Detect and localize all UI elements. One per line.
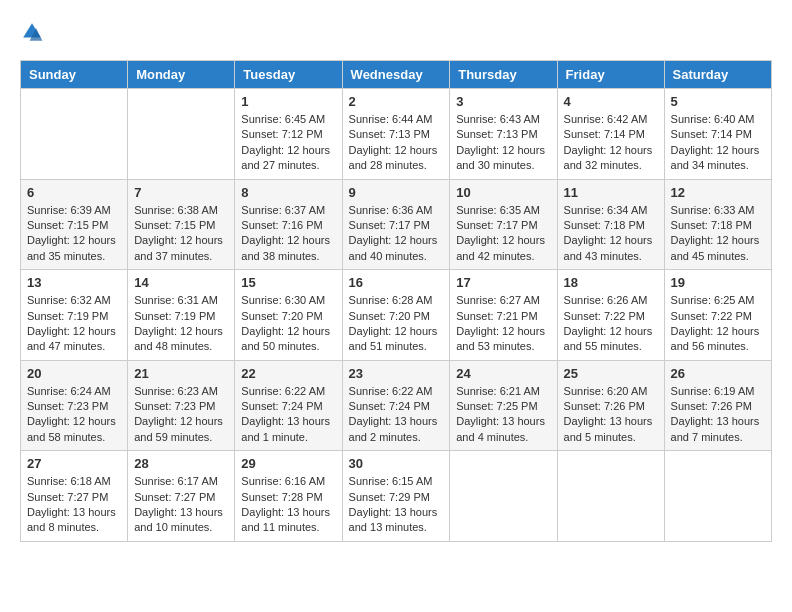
day-info: Sunrise: 6:27 AMSunset: 7:21 PMDaylight:… [456,294,545,352]
day-number: 29 [241,456,335,471]
calendar-cell: 25Sunrise: 6:20 AMSunset: 7:26 PMDayligh… [557,360,664,451]
day-number: 14 [134,275,228,290]
day-of-week-header: Saturday [664,61,771,89]
calendar-cell: 12Sunrise: 6:33 AMSunset: 7:18 PMDayligh… [664,179,771,270]
day-number: 7 [134,185,228,200]
day-info: Sunrise: 6:17 AMSunset: 7:27 PMDaylight:… [134,475,223,533]
day-number: 16 [349,275,444,290]
calendar-cell [557,451,664,542]
calendar-cell [128,89,235,180]
day-info: Sunrise: 6:31 AMSunset: 7:19 PMDaylight:… [134,294,223,352]
calendar-cell: 14Sunrise: 6:31 AMSunset: 7:19 PMDayligh… [128,270,235,361]
day-info: Sunrise: 6:37 AMSunset: 7:16 PMDaylight:… [241,204,330,262]
calendar-cell: 22Sunrise: 6:22 AMSunset: 7:24 PMDayligh… [235,360,342,451]
day-info: Sunrise: 6:22 AMSunset: 7:24 PMDaylight:… [241,385,330,443]
calendar-cell: 19Sunrise: 6:25 AMSunset: 7:22 PMDayligh… [664,270,771,361]
day-number: 18 [564,275,658,290]
calendar-cell: 15Sunrise: 6:30 AMSunset: 7:20 PMDayligh… [235,270,342,361]
calendar-cell: 18Sunrise: 6:26 AMSunset: 7:22 PMDayligh… [557,270,664,361]
calendar-cell [450,451,557,542]
day-number: 8 [241,185,335,200]
calendar-cell: 11Sunrise: 6:34 AMSunset: 7:18 PMDayligh… [557,179,664,270]
calendar-cell: 6Sunrise: 6:39 AMSunset: 7:15 PMDaylight… [21,179,128,270]
logo [20,20,48,44]
calendar-cell: 7Sunrise: 6:38 AMSunset: 7:15 PMDaylight… [128,179,235,270]
day-number: 30 [349,456,444,471]
day-info: Sunrise: 6:38 AMSunset: 7:15 PMDaylight:… [134,204,223,262]
day-number: 24 [456,366,550,381]
calendar-cell: 1Sunrise: 6:45 AMSunset: 7:12 PMDaylight… [235,89,342,180]
calendar-header-row: SundayMondayTuesdayWednesdayThursdayFrid… [21,61,772,89]
calendar-cell: 28Sunrise: 6:17 AMSunset: 7:27 PMDayligh… [128,451,235,542]
day-info: Sunrise: 6:40 AMSunset: 7:14 PMDaylight:… [671,113,760,171]
calendar-cell: 5Sunrise: 6:40 AMSunset: 7:14 PMDaylight… [664,89,771,180]
day-number: 20 [27,366,121,381]
day-number: 11 [564,185,658,200]
calendar-cell: 3Sunrise: 6:43 AMSunset: 7:13 PMDaylight… [450,89,557,180]
calendar-cell: 30Sunrise: 6:15 AMSunset: 7:29 PMDayligh… [342,451,450,542]
day-info: Sunrise: 6:45 AMSunset: 7:12 PMDaylight:… [241,113,330,171]
calendar-week-row: 13Sunrise: 6:32 AMSunset: 7:19 PMDayligh… [21,270,772,361]
day-number: 5 [671,94,765,109]
calendar-cell: 23Sunrise: 6:22 AMSunset: 7:24 PMDayligh… [342,360,450,451]
day-number: 12 [671,185,765,200]
day-number: 22 [241,366,335,381]
day-info: Sunrise: 6:21 AMSunset: 7:25 PMDaylight:… [456,385,545,443]
header [20,20,772,44]
calendar-cell: 13Sunrise: 6:32 AMSunset: 7:19 PMDayligh… [21,270,128,361]
day-of-week-header: Thursday [450,61,557,89]
day-info: Sunrise: 6:36 AMSunset: 7:17 PMDaylight:… [349,204,438,262]
calendar-cell: 17Sunrise: 6:27 AMSunset: 7:21 PMDayligh… [450,270,557,361]
calendar-cell: 21Sunrise: 6:23 AMSunset: 7:23 PMDayligh… [128,360,235,451]
calendar-week-row: 6Sunrise: 6:39 AMSunset: 7:15 PMDaylight… [21,179,772,270]
day-info: Sunrise: 6:23 AMSunset: 7:23 PMDaylight:… [134,385,223,443]
day-number: 23 [349,366,444,381]
day-number: 21 [134,366,228,381]
day-info: Sunrise: 6:42 AMSunset: 7:14 PMDaylight:… [564,113,653,171]
day-of-week-header: Monday [128,61,235,89]
day-number: 27 [27,456,121,471]
day-info: Sunrise: 6:26 AMSunset: 7:22 PMDaylight:… [564,294,653,352]
day-number: 1 [241,94,335,109]
calendar-week-row: 27Sunrise: 6:18 AMSunset: 7:27 PMDayligh… [21,451,772,542]
calendar-week-row: 1Sunrise: 6:45 AMSunset: 7:12 PMDaylight… [21,89,772,180]
calendar-cell: 8Sunrise: 6:37 AMSunset: 7:16 PMDaylight… [235,179,342,270]
day-number: 28 [134,456,228,471]
day-number: 19 [671,275,765,290]
day-of-week-header: Sunday [21,61,128,89]
calendar-cell: 27Sunrise: 6:18 AMSunset: 7:27 PMDayligh… [21,451,128,542]
day-info: Sunrise: 6:25 AMSunset: 7:22 PMDaylight:… [671,294,760,352]
calendar-cell: 16Sunrise: 6:28 AMSunset: 7:20 PMDayligh… [342,270,450,361]
day-number: 25 [564,366,658,381]
day-number: 3 [456,94,550,109]
day-info: Sunrise: 6:20 AMSunset: 7:26 PMDaylight:… [564,385,653,443]
calendar-cell [21,89,128,180]
day-info: Sunrise: 6:43 AMSunset: 7:13 PMDaylight:… [456,113,545,171]
day-number: 15 [241,275,335,290]
calendar-cell: 10Sunrise: 6:35 AMSunset: 7:17 PMDayligh… [450,179,557,270]
day-info: Sunrise: 6:19 AMSunset: 7:26 PMDaylight:… [671,385,760,443]
day-info: Sunrise: 6:33 AMSunset: 7:18 PMDaylight:… [671,204,760,262]
day-number: 6 [27,185,121,200]
calendar-cell: 2Sunrise: 6:44 AMSunset: 7:13 PMDaylight… [342,89,450,180]
day-number: 10 [456,185,550,200]
calendar-cell: 9Sunrise: 6:36 AMSunset: 7:17 PMDaylight… [342,179,450,270]
day-number: 9 [349,185,444,200]
day-info: Sunrise: 6:24 AMSunset: 7:23 PMDaylight:… [27,385,116,443]
day-info: Sunrise: 6:28 AMSunset: 7:20 PMDaylight:… [349,294,438,352]
calendar-cell: 26Sunrise: 6:19 AMSunset: 7:26 PMDayligh… [664,360,771,451]
day-info: Sunrise: 6:15 AMSunset: 7:29 PMDaylight:… [349,475,438,533]
day-info: Sunrise: 6:22 AMSunset: 7:24 PMDaylight:… [349,385,438,443]
day-number: 26 [671,366,765,381]
day-info: Sunrise: 6:32 AMSunset: 7:19 PMDaylight:… [27,294,116,352]
calendar: SundayMondayTuesdayWednesdayThursdayFrid… [20,60,772,542]
day-of-week-header: Tuesday [235,61,342,89]
day-info: Sunrise: 6:18 AMSunset: 7:27 PMDaylight:… [27,475,116,533]
calendar-week-row: 20Sunrise: 6:24 AMSunset: 7:23 PMDayligh… [21,360,772,451]
day-number: 2 [349,94,444,109]
calendar-cell: 20Sunrise: 6:24 AMSunset: 7:23 PMDayligh… [21,360,128,451]
day-of-week-header: Friday [557,61,664,89]
calendar-cell: 24Sunrise: 6:21 AMSunset: 7:25 PMDayligh… [450,360,557,451]
day-info: Sunrise: 6:39 AMSunset: 7:15 PMDaylight:… [27,204,116,262]
day-info: Sunrise: 6:35 AMSunset: 7:17 PMDaylight:… [456,204,545,262]
